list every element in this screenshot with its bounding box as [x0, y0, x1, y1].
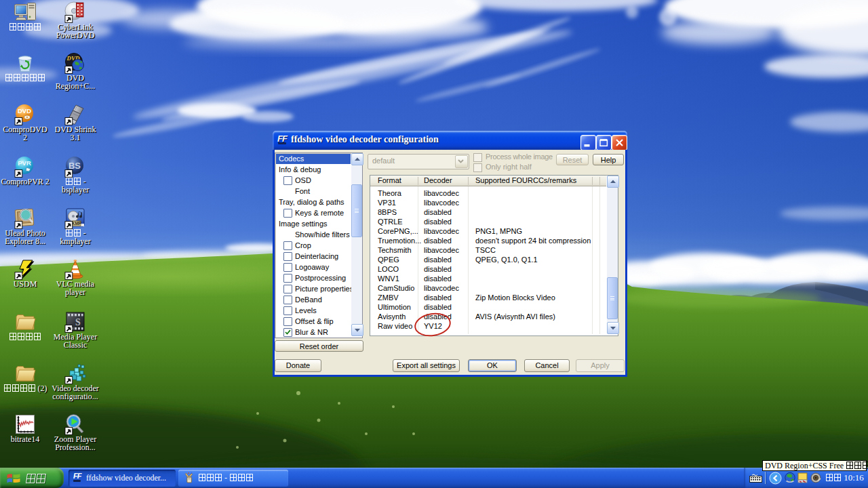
svg-text:DVD: DVD — [18, 107, 31, 115]
svg-text:BS: BS — [68, 161, 81, 171]
svg-text:S: S — [75, 317, 81, 327]
svg-text:PVR: PVR — [18, 159, 31, 167]
svg-text:KMP: KMP — [72, 221, 82, 226]
